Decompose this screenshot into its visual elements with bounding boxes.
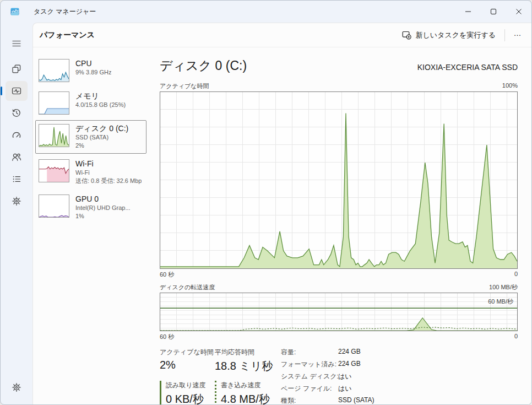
perf-item-text: メモリ4.0/15.8 GB (25%) bbox=[75, 91, 126, 109]
detail-row-1-value: 224 GB bbox=[338, 360, 374, 369]
detail-title: ディスク 0 (C:) bbox=[160, 57, 247, 74]
perf-item-text: Wi-FiWi-Fi送信: 0.8 受信: 32.6 Mbp bbox=[75, 159, 142, 185]
sidebar-item-app-history[interactable] bbox=[6, 103, 28, 123]
hamburger-icon bbox=[12, 39, 21, 48]
minimize-button[interactable] bbox=[455, 1, 481, 23]
transfer-rate-chart: 60 MB/秒 bbox=[160, 293, 518, 331]
spark-wifi-chart bbox=[39, 159, 69, 182]
details-icon bbox=[12, 174, 21, 184]
chart2-label: ディスクの転送速度 bbox=[160, 283, 215, 291]
perf-item-name: Wi-Fi bbox=[75, 159, 142, 169]
active-time-chart bbox=[160, 91, 518, 269]
app-history-icon bbox=[12, 108, 21, 118]
titlebar: タスク マネージャー bbox=[1, 1, 531, 23]
disk-device-name: KIOXIA-EXCERIA SATA SSD bbox=[417, 63, 518, 72]
users-icon bbox=[12, 152, 21, 162]
task-manager-app-icon bbox=[10, 7, 19, 16]
navigation-menu-button[interactable] bbox=[6, 34, 28, 53]
perf-item-wifi[interactable]: Wi-FiWi-Fi送信: 0.8 受信: 32.6 Mbp bbox=[35, 155, 146, 189]
stat-avg-response: 平均応答時間 18.8 ミリ秒 bbox=[215, 348, 281, 374]
spark-gpu-chart bbox=[39, 195, 69, 218]
perf-item-memory[interactable]: メモリ4.0/15.8 GB (25%) bbox=[35, 88, 146, 118]
run-new-task-button[interactable]: 新しいタスクを実行する bbox=[397, 26, 501, 44]
perf-item-cpu[interactable]: CPU9% 3.89 GHz bbox=[35, 55, 146, 86]
more-options-icon: … bbox=[514, 29, 522, 37]
minimize-icon bbox=[465, 8, 471, 15]
header-divider bbox=[504, 29, 505, 41]
perf-item-name: メモリ bbox=[75, 91, 126, 101]
chart2-axis-right: 0 bbox=[514, 333, 518, 341]
stat-active-time: アクティブな時間 2% bbox=[160, 348, 215, 374]
detail-row-2-label: システム ディスク: bbox=[281, 372, 337, 381]
sidebar-item-users[interactable] bbox=[6, 147, 28, 167]
performance-icon bbox=[12, 86, 21, 96]
more-options-button[interactable]: … bbox=[508, 27, 527, 44]
processes-icon bbox=[12, 64, 21, 74]
sidebar-item-processes[interactable] bbox=[6, 59, 28, 79]
startup-apps-icon bbox=[12, 130, 21, 140]
settings-icon bbox=[12, 382, 21, 392]
close-icon bbox=[515, 8, 522, 15]
task-manager-window: タスク マネージャー bbox=[0, 0, 532, 405]
run-new-task-label: 新しいタスクを実行する bbox=[416, 30, 496, 40]
perf-item-sub1: Intel(R) UHD Grap... bbox=[75, 204, 131, 212]
page-title: パフォーマンス bbox=[40, 30, 95, 40]
spark-disk-chart bbox=[39, 124, 69, 147]
close-button[interactable] bbox=[506, 1, 531, 23]
window-controls bbox=[455, 1, 531, 23]
detail-row-2-value: はい bbox=[338, 372, 374, 381]
spark-memory-chart bbox=[39, 91, 69, 115]
chart1-axis-right: 0 bbox=[514, 271, 518, 279]
perf-item-text: ディスク 0 (C:)SSD (SATA)2% bbox=[75, 124, 128, 150]
perf-item-sub1: 9% 3.89 GHz bbox=[75, 68, 111, 77]
disk-detail-pane: ディスク 0 (C:) KIOXIA-EXCERIA SATA SSD アクティ… bbox=[146, 54, 531, 405]
perf-item-sub1: 4.0/15.8 GB (25%) bbox=[75, 101, 126, 109]
perf-item-sub2: 送信: 0.8 受信: 32.6 Mbp bbox=[75, 177, 142, 185]
perf-item-text: CPU9% 3.89 GHz bbox=[75, 59, 111, 77]
perf-item-sub1: Wi-Fi bbox=[75, 169, 142, 177]
perf-item-name: GPU 0 bbox=[75, 195, 131, 204]
perf-item-name: ディスク 0 (C:) bbox=[75, 124, 128, 133]
detail-row-0-label: 容量: bbox=[281, 348, 337, 357]
perf-item-sub2: 1% bbox=[75, 212, 131, 220]
perf-item-text: GPU 0Intel(R) UHD Grap...1% bbox=[75, 195, 131, 220]
window-title: タスク マネージャー bbox=[34, 7, 96, 17]
sidebar-item-settings[interactable] bbox=[6, 377, 28, 397]
perf-list: CPU9% 3.89 GHzメモリ4.0/15.8 GB (25%)ディスク 0… bbox=[33, 54, 146, 405]
detail-row-4-value: SSD (SATA) bbox=[338, 396, 374, 405]
perf-item-name: CPU bbox=[75, 59, 111, 68]
perf-item-sub1: SSD (SATA) bbox=[75, 133, 128, 142]
stat-write-speed: 書き込み速度 4.8 MB/秒 bbox=[215, 381, 281, 405]
detail-row-3-label: ページ ファイル: bbox=[281, 384, 337, 393]
perf-item-gpu0[interactable]: GPU 0Intel(R) UHD Grap...1% bbox=[35, 191, 146, 224]
stat-read-speed: 読み取り速度 0 KB/秒 bbox=[160, 381, 215, 405]
sidebar-item-services[interactable] bbox=[6, 191, 28, 211]
disk-stats: アクティブな時間 2% 平均応答時間 18.8 ミリ秒 読み取り速度 0 KB/… bbox=[160, 348, 518, 405]
detail-row-3-value: はい bbox=[338, 384, 374, 393]
sidebar-item-performance[interactable] bbox=[6, 81, 28, 101]
chart1-max-label: 100% bbox=[502, 82, 518, 90]
scale-line-label: 60 MB/秒 bbox=[488, 298, 513, 306]
disk-details: 容量:224 GBフォーマット済み:224 GBシステム ディスク:はいページ … bbox=[281, 348, 374, 405]
chart2-axis-left: 60 秒 bbox=[160, 333, 174, 341]
detail-row-0-value: 224 GB bbox=[338, 348, 374, 357]
chart1-label: アクティブな時間 bbox=[160, 82, 209, 90]
detail-row-1-label: フォーマット済み: bbox=[281, 360, 337, 369]
maximize-button[interactable] bbox=[481, 1, 506, 23]
services-icon bbox=[12, 196, 21, 206]
sidebar bbox=[1, 23, 32, 405]
new-task-icon bbox=[402, 30, 411, 40]
sidebar-item-startup-apps[interactable] bbox=[6, 125, 28, 145]
detail-row-4-label: 種類: bbox=[281, 396, 337, 405]
content-header: パフォーマンス 新しいタスクを実行する … bbox=[33, 23, 531, 47]
spark-cpu-chart bbox=[39, 59, 69, 82]
sidebar-item-details[interactable] bbox=[6, 169, 28, 189]
chart1-axis-left: 60 秒 bbox=[160, 271, 174, 279]
maximize-icon bbox=[490, 8, 497, 15]
content-panel: パフォーマンス 新しいタスクを実行する … bbox=[32, 23, 531, 405]
perf-item-disk0[interactable]: ディスク 0 (C:)SSD (SATA)2% bbox=[35, 120, 146, 154]
chart2-max-label: 100 MB/秒 bbox=[489, 283, 518, 291]
perf-item-sub2: 2% bbox=[75, 142, 128, 150]
